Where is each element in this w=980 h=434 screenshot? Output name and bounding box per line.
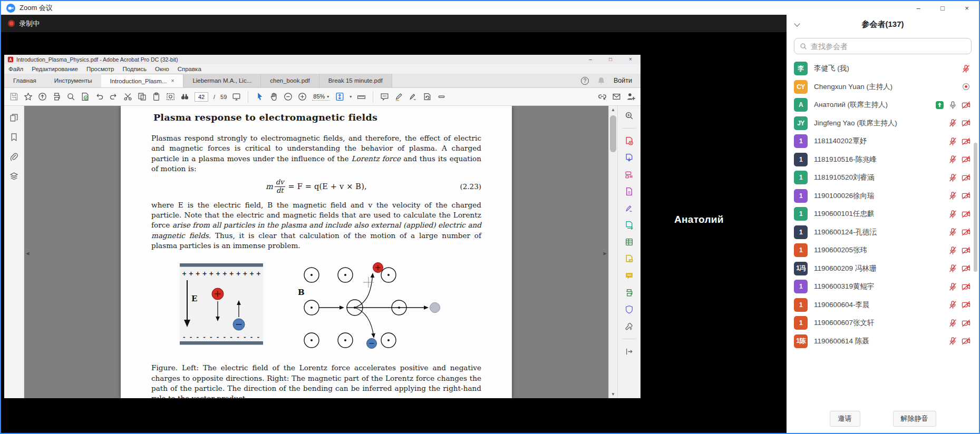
participant-row[interactable]: 1 1190600604-李晨 [787,296,979,314]
sharing-icon[interactable] [935,101,944,110]
measure-ruler-icon[interactable] [357,92,366,101]
participant-row[interactable]: 1陈 1190600614 陈聂 [787,332,979,351]
copy-pages-icon[interactable] [138,92,147,101]
acrobat-titlebar[interactable]: Introduction_Plasma_Physics.pdf - Adobe … [4,55,641,64]
acrobat-minimize-button[interactable]: – [580,55,600,64]
redo-icon[interactable] [109,92,118,101]
tab-2[interactable]: Introduction_Plasm...× [101,74,184,87]
scissors-icon[interactable] [123,92,132,101]
document-scrollbar[interactable]: ▲ ▼ [608,106,617,398]
tab-1[interactable]: Инструменты [45,74,101,87]
zoom-out-icon[interactable] [284,92,293,101]
cam-off-icon[interactable] [962,337,971,346]
chevron-down-icon[interactable] [794,21,800,26]
menu-item-1[interactable]: Редактирование [32,66,78,72]
cam-off-icon[interactable] [962,210,971,219]
stamp-rotate-icon[interactable] [423,92,432,101]
sign-in-button[interactable]: Войти [614,77,632,84]
layers-icon[interactable] [9,172,18,181]
find-binoculars-icon[interactable] [180,92,189,101]
help-icon[interactable]: ? [581,77,589,85]
search-participants-input[interactable] [811,42,966,51]
mic-muted-icon[interactable] [948,191,957,200]
acrobat-close-button[interactable]: × [620,55,641,64]
reading-mode-icon[interactable] [232,92,241,101]
save-icon[interactable] [9,92,18,101]
participant-row[interactable]: 1 1181910520刘睿涵 [787,169,979,187]
select-cursor-icon[interactable] [255,92,264,101]
share-link-icon[interactable] [598,92,607,101]
participant-row[interactable]: CY Chengxun Yuan (主持人) [787,78,979,96]
tab-5[interactable]: Break 15 minute.pdf [319,74,392,87]
email-icon[interactable] [612,92,621,101]
export-excel-icon[interactable] [625,238,634,246]
document-area[interactable]: ◂ ▸ Plasma response to electromagnetic f… [24,106,608,398]
tab-close-icon[interactable]: × [171,78,174,84]
acrobat-maximize-button[interactable]: □ [600,55,620,64]
tab-3[interactable]: Lieberman M.A., Lic... [183,74,261,87]
prev-page-chevron-icon[interactable]: ◂ [26,249,30,257]
snapshot-icon[interactable] [166,92,175,101]
recording-icon[interactable] [962,82,971,91]
mic-muted-icon[interactable] [948,264,957,273]
search-tools-icon[interactable] [625,111,634,120]
participant-row[interactable]: JY Jingfeng Yao (联席主持人) [787,114,979,133]
participant-row[interactable]: A Анатолий (联席主持人) [787,96,979,114]
add-person-icon[interactable] [626,92,635,101]
protect-shield-icon[interactable] [625,305,634,314]
zoom-level-dropdown[interactable]: 85% ▾ [312,93,330,101]
page-number-input[interactable]: 42 [195,92,208,102]
scroll-up-icon[interactable]: ▲ [609,106,617,114]
print-production-icon[interactable] [625,288,634,297]
attachments-paperclip-icon[interactable] [9,152,18,161]
invite-button[interactable]: 邀请 [830,411,860,427]
participant-row[interactable]: 1 1181140202覃妤 [787,132,979,151]
participant-row[interactable]: 1 1190100026徐向瑞 [787,187,979,205]
mic-muted-icon[interactable] [948,155,957,164]
zoom-in-icon[interactable] [298,92,307,101]
undo-icon[interactable] [95,92,104,101]
mic-on-icon[interactable] [948,101,957,110]
cam-off-icon[interactable] [962,191,971,200]
more-tools-icon[interactable] [625,322,634,331]
menu-item-4[interactable]: Окно [155,66,169,72]
mic-muted-icon[interactable] [948,319,957,328]
next-page-chevron-icon[interactable]: ▸ [603,249,607,257]
highlight-icon[interactable] [394,92,403,101]
chevron-down-icon[interactable]: ▾ [350,94,352,99]
participant-row[interactable]: 1冯 1190600209 冯林珊 [787,260,979,278]
menu-item-5[interactable]: Справка [178,66,201,72]
comment-icon[interactable] [380,92,389,101]
cam-off-icon[interactable] [962,282,971,291]
unmute-all-button[interactable]: 解除静音 [893,411,936,427]
menu-item-3[interactable]: Подпись [122,66,147,72]
bookmarks-icon[interactable] [9,133,18,142]
cam-off-icon[interactable] [962,319,971,328]
star-icon[interactable] [24,92,33,101]
close-button[interactable]: × [955,1,979,15]
participants-scrollbar[interactable] [974,143,977,272]
tab-0[interactable]: Главная [4,74,45,87]
mic-muted-icon[interactable] [948,282,957,291]
cam-off-icon[interactable] [962,264,971,273]
sign-icon[interactable] [409,92,418,101]
maximize-button[interactable]: □ [930,1,955,15]
mic-muted-icon[interactable] [948,228,957,236]
cam-off-icon[interactable] [962,228,971,236]
mic-muted-icon[interactable] [948,137,957,146]
cam-off-icon[interactable] [962,101,971,110]
fit-page-icon[interactable] [335,92,344,101]
mic-muted-icon[interactable] [948,210,957,219]
cam-off-icon[interactable] [962,119,971,127]
doc-check-icon[interactable] [81,92,90,101]
participant-row[interactable]: 1 1190600205张玮 [787,241,979,260]
line-weight-icon[interactable] [437,92,446,101]
create-pdf-icon[interactable] [625,136,634,145]
minimize-button[interactable]: – [906,1,930,15]
cam-off-icon[interactable] [962,246,971,255]
cam-off-icon[interactable] [962,173,971,182]
page-thumbnails-icon[interactable] [9,113,18,122]
cam-off-icon[interactable] [962,155,971,164]
share-icon[interactable] [38,92,47,101]
participant-row[interactable]: 1 1190600101任忠麒 [787,205,979,223]
